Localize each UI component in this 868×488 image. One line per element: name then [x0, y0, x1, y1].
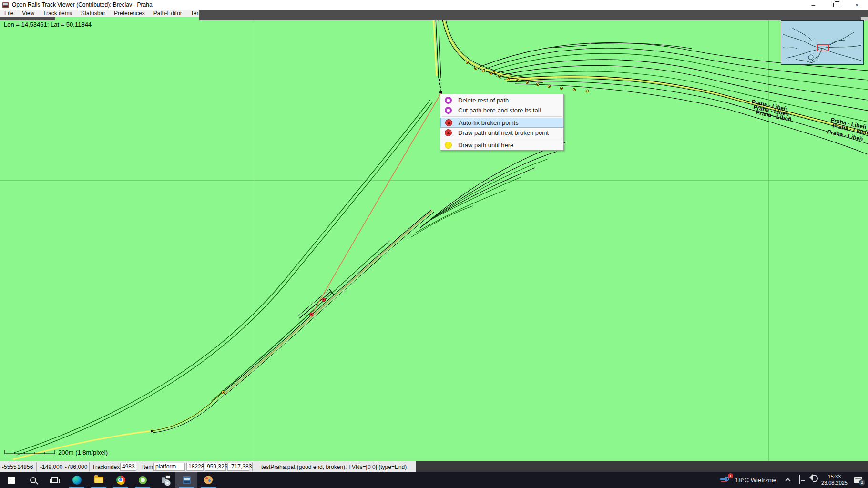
notification-badge: 2 [859, 479, 865, 486]
minimap[interactable] [781, 20, 864, 65]
track-fan-middle [411, 142, 566, 237]
title-bar: Open Rails Track Viewer (Contributed): B… [0, 0, 868, 10]
tray-condition: Wietrznie [751, 477, 776, 484]
system-tray: 1 18°C Wietrznie 15:33 23.08.2025 2 [720, 472, 868, 488]
menubar-corner [861, 17, 868, 20]
close-button[interactable]: × [846, 0, 868, 10]
status-tile-z: 14856 [17, 464, 33, 470]
menu-path-editor[interactable]: Path-Editor [149, 10, 186, 17]
menu-preferences[interactable]: Preferences [110, 10, 149, 17]
drawn-path-bottom [13, 392, 225, 459]
status-item-x: 959,326 [205, 463, 226, 471]
track-vertical-top [433, 17, 442, 94]
menu-item-delete-rest-of-path[interactable]: Delete rest of path [440, 95, 563, 105]
menu-separator [442, 116, 562, 117]
menubar-filler-left [0, 17, 55, 20]
menu-item-draw-until-here[interactable]: Draw path until here [440, 140, 563, 150]
track-map-canvas[interactable] [0, 0, 868, 488]
search-button[interactable] [22, 472, 44, 488]
status-item-label: Item [142, 464, 153, 470]
status-loc-x: -149,000 [40, 464, 62, 470]
app-icon [2, 2, 9, 8]
menu-item-cut-path[interactable]: Cut path here and store its tail [440, 105, 563, 115]
status-separator [89, 462, 90, 471]
grid-lines [0, 17, 868, 461]
scale-label: 200m (1,8m/pixel) [58, 449, 108, 456]
purple-ring-icon [445, 97, 452, 104]
action-center-button[interactable]: 2 [854, 477, 862, 483]
green-ring-app-icon [139, 476, 147, 484]
screen: Lon = 14,53461; Lat = 50,11844 200m (1,8… [0, 0, 868, 488]
paint-icon [204, 476, 213, 484]
menu-track-items[interactable]: Track items [39, 10, 77, 17]
window-title: Open Rails Track Viewer (Contributed): B… [12, 1, 153, 8]
red-cross-circle-icon [445, 129, 452, 136]
taskbar-item-track-viewer[interactable] [175, 472, 197, 488]
status-tile-x: -5555 [2, 464, 17, 470]
weather-badge: 1 [728, 473, 733, 478]
taskbar-item-chrome[interactable] [110, 472, 132, 488]
statusbar-filler [416, 461, 868, 472]
menubar-filler [199, 10, 868, 20]
status-item-id: 18228 [186, 463, 204, 471]
edge-icon [72, 476, 82, 485]
coordinates-readout: Lon = 14,53461; Lat = 50,11844 [4, 21, 92, 28]
chrome-icon [116, 476, 125, 485]
tray-date: 23.08.2025 [821, 480, 848, 486]
start-button[interactable] [0, 472, 22, 488]
minimize-button[interactable]: – [802, 0, 824, 10]
path-line-orange [313, 93, 441, 313]
taskbar-item-installer[interactable] [153, 472, 175, 488]
status-separator [252, 462, 253, 471]
taskbar-item-green-app[interactable] [132, 472, 153, 488]
menu-statusbar[interactable]: Statusbar [77, 10, 110, 17]
tray-time: 15:33 [821, 474, 848, 480]
start-icon [8, 477, 15, 484]
status-separator [36, 462, 37, 471]
restore-button[interactable] [824, 0, 846, 10]
track-curve-main [14, 100, 432, 455]
installer-icon [162, 477, 168, 483]
task-view-icon [51, 477, 58, 483]
purple-ring-icon [445, 107, 452, 114]
menu-separator [442, 139, 562, 139]
taskbar-item-file-explorer[interactable] [88, 472, 110, 488]
volume-button[interactable] [808, 476, 813, 484]
red-cross-circle-icon [445, 119, 452, 126]
status-bar: -5555 14856 -149,000 -786,000 Trackindex… [0, 461, 868, 472]
yellow-circle-icon [445, 142, 452, 149]
taskbar-item-edge[interactable] [66, 472, 88, 488]
status-trackindex-label: Trackindex [92, 464, 120, 470]
menu-view[interactable]: View [18, 10, 39, 17]
status-item-type: platform [153, 463, 185, 471]
track-viewer-icon [183, 476, 191, 484]
status-separator [139, 462, 139, 471]
status-loc-z: -786,000 [65, 464, 87, 470]
taskbar: 1 18°C Wietrznie 15:33 23.08.2025 2 [0, 472, 868, 488]
track-bundle-diagonal [211, 210, 434, 401]
status-item-z: -717,383 [227, 463, 249, 471]
tray-expand-chevron-icon[interactable] [785, 478, 790, 483]
track-map[interactable]: Lon = 14,53461; Lat = 50,11844 200m (1,8… [0, 17, 868, 461]
menu-item-autofix-broken-points[interactable]: Auto-fix broken points [440, 118, 563, 128]
status-trackindex-value: 4983 [120, 463, 136, 471]
network-button[interactable] [799, 476, 800, 484]
tray-temperature: 18°C [735, 477, 749, 484]
file-explorer-icon [94, 477, 103, 483]
clock[interactable]: 15:33 23.08.2025 [821, 474, 848, 486]
context-menu: Delete rest of path Cut path here and st… [440, 94, 564, 151]
taskbar-item-paint[interactable] [197, 472, 219, 488]
task-view-button[interactable] [44, 472, 66, 488]
weather-widget[interactable]: 1 18°C Wietrznie [720, 476, 776, 484]
restore-icon [833, 3, 837, 7]
weather-wind-icon: 1 [720, 476, 731, 484]
status-path-info: testPraha.pat (good end, broken): TVNs=[… [261, 464, 407, 470]
network-icon [799, 475, 800, 484]
menu-item-draw-until-broken-point[interactable]: Draw path until next broken point [440, 128, 563, 138]
search-icon [30, 477, 36, 483]
menu-file[interactable]: File [0, 10, 18, 17]
